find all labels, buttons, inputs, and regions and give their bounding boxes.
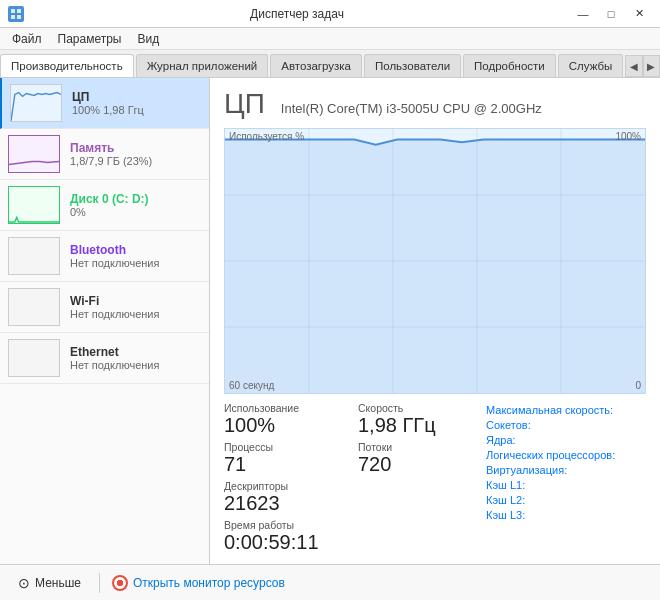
- memory-name: Память: [70, 141, 201, 155]
- window-title: Диспетчер задач: [24, 7, 570, 21]
- tab-users[interactable]: Пользователи: [364, 54, 461, 77]
- detail-logical-proc: Логических процессоров:: [486, 449, 646, 461]
- chart-label-usage: Используется %: [229, 131, 304, 142]
- disk-sub: 0%: [70, 206, 201, 218]
- right-panel: ЦП Intel(R) Core(TM) i3-5005U CPU @ 2.00…: [210, 78, 660, 564]
- tab-app-history[interactable]: Журнал приложений: [136, 54, 269, 77]
- tab-scroll-right[interactable]: ▶: [643, 55, 660, 77]
- svg-rect-8: [9, 289, 59, 325]
- stats-grid: Использование 100% Скорость 1,98 ГГц Про…: [224, 402, 476, 554]
- disk-name: Диск 0 (C: D:): [70, 192, 201, 206]
- stat-processes: Процессы 71: [224, 441, 342, 476]
- stat-speed-label: Скорость: [358, 402, 476, 414]
- detail-virtualization: Виртуализация:: [486, 464, 646, 476]
- stat-speed: Скорость 1,98 ГГц: [358, 402, 476, 437]
- detail-cache-l1: Кэш L1:: [486, 479, 646, 491]
- stat-uptime-label: Время работы: [224, 519, 476, 531]
- stat-threads-label: Потоки: [358, 441, 476, 453]
- detail-cores: Ядра:: [486, 434, 646, 446]
- chart-label-60sec: 60 секунд: [229, 380, 274, 391]
- resource-item-wifi[interactable]: Wi-Fi Нет подключения: [0, 282, 209, 333]
- main-content: ЦП 100% 1,98 Ггц Память 1,8/7,9 ГБ (23%): [0, 78, 660, 564]
- stat-speed-value: 1,98 ГГц: [358, 414, 476, 437]
- cpu-title: ЦП: [224, 88, 265, 120]
- app-icon: [8, 6, 24, 22]
- menu-file[interactable]: Файл: [4, 30, 50, 48]
- svg-rect-4: [11, 85, 61, 121]
- maximize-button[interactable]: □: [598, 4, 624, 24]
- monitor-icon: [112, 575, 128, 591]
- memory-sub: 1,8/7,9 ГБ (23%): [70, 155, 201, 167]
- less-button[interactable]: ⊙ Меньше: [12, 571, 87, 595]
- memory-info: Память 1,8/7,9 ГБ (23%): [70, 141, 201, 167]
- detail-sockets: Сокетов:: [486, 419, 646, 431]
- window-controls: — □ ✕: [570, 4, 652, 24]
- chart-label-0: 0: [635, 380, 641, 391]
- stat-usage-value: 100%: [224, 414, 342, 437]
- cpu-thumbnail: [10, 84, 62, 122]
- svg-rect-0: [11, 9, 15, 13]
- svg-rect-2: [11, 15, 15, 19]
- detail-cache-l3: Кэш L3:: [486, 509, 646, 521]
- stat-processes-value: 71: [224, 453, 342, 476]
- resource-item-disk[interactable]: Диск 0 (C: D:) 0%: [0, 180, 209, 231]
- cpu-model: Intel(R) Core(TM) i3-5005U CPU @ 2.00GHz: [281, 101, 542, 116]
- separator: [99, 573, 100, 593]
- title-bar-left: [8, 6, 24, 22]
- stat-usage: Использование 100%: [224, 402, 342, 437]
- cpu-info: ЦП 100% 1,98 Ггц: [72, 90, 201, 116]
- stats-area: Использование 100% Скорость 1,98 ГГц Про…: [224, 402, 476, 554]
- stat-usage-label: Использование: [224, 402, 342, 414]
- monitor-link[interactable]: Открыть монитор ресурсов: [112, 575, 285, 591]
- tab-scroll-left[interactable]: ◀: [625, 55, 642, 77]
- bluetooth-sub: Нет подключения: [70, 257, 201, 269]
- stat-uptime: Время работы 0:00:59:11: [224, 519, 476, 554]
- stat-handles-label: Дескрипторы: [224, 480, 342, 492]
- wifi-info: Wi-Fi Нет подключения: [70, 294, 201, 320]
- stat-handles: Дескрипторы 21623: [224, 480, 342, 515]
- tab-services[interactable]: Службы: [558, 54, 624, 77]
- svg-rect-9: [9, 340, 59, 376]
- chart-svg: [225, 129, 645, 393]
- svg-rect-5: [9, 136, 59, 172]
- menu-view[interactable]: Вид: [129, 30, 167, 48]
- disk-thumbnail: [8, 186, 60, 224]
- wifi-name: Wi-Fi: [70, 294, 201, 308]
- bluetooth-info: Bluetooth Нет подключения: [70, 243, 201, 269]
- resource-item-bluetooth[interactable]: Bluetooth Нет подключения: [0, 231, 209, 282]
- wifi-sub: Нет подключения: [70, 308, 201, 320]
- tab-bar: Производительность Журнал приложений Авт…: [0, 50, 660, 78]
- tab-performance[interactable]: Производительность: [0, 54, 134, 78]
- svg-rect-1: [17, 9, 21, 13]
- minimize-button[interactable]: —: [570, 4, 596, 24]
- close-button[interactable]: ✕: [626, 4, 652, 24]
- bluetooth-name: Bluetooth: [70, 243, 201, 257]
- title-bar: Диспетчер задач — □ ✕: [0, 0, 660, 28]
- cpu-header: ЦП Intel(R) Core(TM) i3-5005U CPU @ 2.00…: [224, 88, 646, 120]
- stat-uptime-value: 0:00:59:11: [224, 531, 476, 554]
- tab-details[interactable]: Подробности: [463, 54, 556, 77]
- cpu-chart: Используется % 100% 60 секунд 0: [224, 128, 646, 394]
- wifi-thumbnail: [8, 288, 60, 326]
- menu-bar: Файл Параметры Вид: [0, 28, 660, 50]
- disk-info: Диск 0 (C: D:) 0%: [70, 192, 201, 218]
- stat-threads: Потоки 720: [358, 441, 476, 476]
- cpu-sub: 100% 1,98 Ггц: [72, 104, 201, 116]
- resource-item-ethernet[interactable]: Ethernet Нет подключения: [0, 333, 209, 384]
- left-panel: ЦП 100% 1,98 Ггц Память 1,8/7,9 ГБ (23%): [0, 78, 210, 564]
- svg-rect-3: [17, 15, 21, 19]
- bluetooth-thumbnail: [8, 237, 60, 275]
- memory-thumbnail: [8, 135, 60, 173]
- ethernet-thumbnail: [8, 339, 60, 377]
- chevron-up-icon: ⊙: [18, 575, 30, 591]
- menu-settings[interactable]: Параметры: [50, 30, 130, 48]
- tab-startup[interactable]: Автозагрузка: [270, 54, 362, 77]
- bottom-bar: ⊙ Меньше Открыть монитор ресурсов: [0, 564, 660, 600]
- resource-item-cpu[interactable]: ЦП 100% 1,98 Ггц: [0, 78, 209, 129]
- resource-item-memory[interactable]: Память 1,8/7,9 ГБ (23%): [0, 129, 209, 180]
- ethernet-info: Ethernet Нет подключения: [70, 345, 201, 371]
- ethernet-sub: Нет подключения: [70, 359, 201, 371]
- ethernet-name: Ethernet: [70, 345, 201, 359]
- stats-details-area: Использование 100% Скорость 1,98 ГГц Про…: [224, 402, 646, 554]
- stat-handles-value: 21623: [224, 492, 342, 515]
